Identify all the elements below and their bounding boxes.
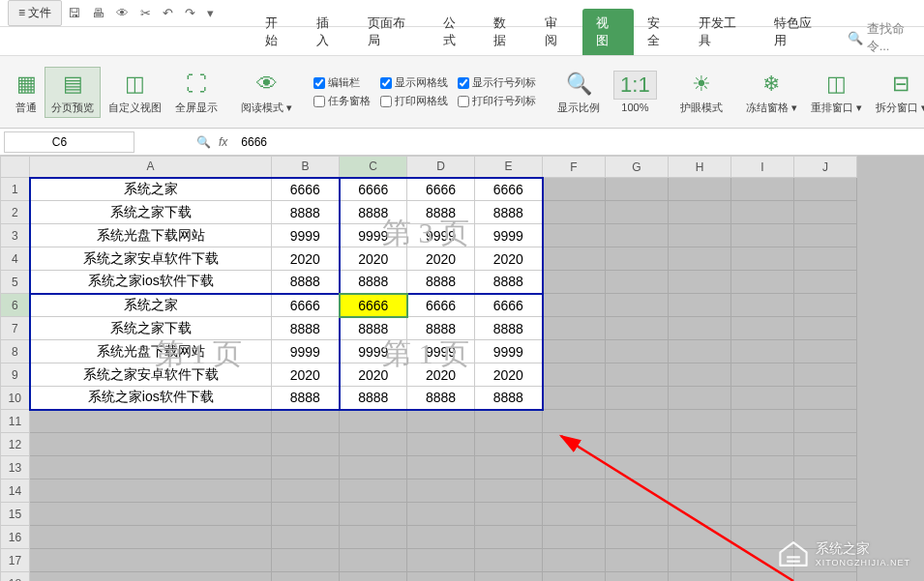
cell-E16[interactable] — [475, 526, 543, 549]
cell-B11[interactable] — [272, 410, 340, 433]
cell-H15[interactable] — [669, 503, 731, 526]
cell-D14[interactable] — [407, 479, 475, 503]
cell-B12[interactable] — [272, 433, 340, 456]
cell-B15[interactable] — [272, 503, 340, 526]
cell-I9[interactable] — [731, 363, 794, 387]
cell-I13[interactable] — [731, 456, 794, 479]
cell-I18[interactable] — [731, 572, 794, 582]
cell-G12[interactable] — [606, 433, 669, 456]
row-header-3[interactable]: 3 — [1, 224, 30, 247]
cut-icon[interactable]: ✂ — [134, 2, 157, 24]
cell-C14[interactable] — [340, 479, 407, 503]
cell-D15[interactable] — [407, 503, 475, 526]
cell-E3[interactable]: 9999 — [475, 224, 543, 247]
cell-A1[interactable]: 系统之家 — [30, 178, 272, 201]
cell-B3[interactable]: 9999 — [272, 224, 340, 247]
read-mode-button[interactable]: 👁 阅读模式 ▾ — [235, 68, 298, 117]
cell-E5[interactable]: 8888 — [475, 271, 543, 294]
cell-D16[interactable] — [407, 526, 475, 549]
col-header-F[interactable]: F — [543, 157, 606, 178]
cell-F8[interactable] — [543, 340, 606, 363]
row-header-14[interactable]: 14 — [1, 479, 30, 503]
cell-B9[interactable]: 2020 — [272, 363, 340, 387]
cell-D3[interactable]: 9999 — [407, 224, 475, 247]
cell-D2[interactable]: 8888 — [407, 201, 475, 224]
tab-security[interactable]: 安全 — [634, 9, 685, 55]
cell-A2[interactable]: 系统之家下载 — [30, 201, 272, 224]
cell-A8[interactable]: 系统光盘下载网站 — [30, 340, 272, 363]
cell-I3[interactable] — [731, 224, 794, 247]
cell-G14[interactable] — [606, 479, 669, 503]
checkbox-show-rc[interactable]: 显示行号列标 — [458, 75, 536, 90]
cell-H2[interactable] — [669, 201, 731, 224]
cell-D8[interactable]: 9999 — [407, 340, 475, 363]
cell-G9[interactable] — [606, 363, 669, 387]
cell-A5[interactable]: 系统之家ios软件下载 — [30, 271, 272, 294]
checkbox-show-grid[interactable]: 显示网格线 — [380, 75, 448, 90]
cell-D7[interactable]: 8888 — [407, 317, 475, 340]
cell-H8[interactable] — [669, 340, 731, 363]
cell-D12[interactable] — [407, 433, 475, 456]
cell-F3[interactable] — [543, 224, 606, 247]
cell-C17[interactable] — [340, 549, 407, 572]
cell-D17[interactable] — [407, 549, 475, 572]
cell-H13[interactable] — [669, 456, 731, 479]
zoom-ratio-button[interactable]: 🔍 显示比例 — [551, 68, 606, 117]
cell-C1[interactable]: 6666 — [340, 178, 407, 201]
cell-J5[interactable] — [794, 271, 857, 294]
cell-E7[interactable]: 8888 — [475, 317, 543, 340]
cell-I6[interactable] — [731, 294, 794, 317]
cell-I4[interactable] — [731, 247, 794, 271]
cell-B5[interactable]: 8888 — [272, 271, 340, 294]
tab-view[interactable]: 视图 — [582, 9, 634, 55]
cell-J3[interactable] — [794, 224, 857, 247]
cell-G18[interactable] — [606, 572, 669, 582]
page-break-preview-button[interactable]: ▤ 分页预览 — [45, 67, 101, 118]
file-menu[interactable]: ≡ 文件 — [8, 0, 62, 26]
cell-E2[interactable]: 8888 — [475, 201, 543, 224]
col-header-H[interactable]: H — [669, 157, 731, 178]
cell-J15[interactable] — [794, 503, 857, 526]
cell-C9[interactable]: 2020 — [340, 363, 407, 387]
custom-view-button[interactable]: ◫ 自定义视图 — [103, 68, 167, 117]
col-header-B[interactable]: B — [272, 157, 340, 178]
cell-A3[interactable]: 系统光盘下载网站 — [30, 224, 272, 247]
row-header-6[interactable]: 6 — [1, 294, 30, 317]
cell-G6[interactable] — [606, 294, 669, 317]
cell-J4[interactable] — [794, 247, 857, 271]
cell-B6[interactable]: 6666 — [272, 294, 340, 317]
select-all-corner[interactable] — [1, 157, 30, 178]
cell-A12[interactable] — [30, 433, 272, 456]
col-header-A[interactable]: A — [30, 157, 272, 178]
row-header-12[interactable]: 12 — [1, 433, 30, 456]
cell-B1[interactable]: 6666 — [272, 178, 340, 201]
fx-icon[interactable]: fx — [219, 135, 227, 149]
row-header-1[interactable]: 1 — [1, 178, 30, 201]
cell-D11[interactable] — [407, 410, 475, 433]
cell-C2[interactable]: 8888 — [340, 201, 407, 224]
name-box[interactable]: C6 — [4, 131, 134, 153]
tab-devtools[interactable]: 开发工具 — [685, 9, 760, 55]
cell-E11[interactable] — [475, 410, 543, 433]
cell-A13[interactable] — [30, 456, 272, 479]
tab-data[interactable]: 数据 — [480, 9, 531, 55]
zoom-100-button[interactable]: 1:1 100% — [608, 69, 663, 115]
cell-E10[interactable]: 8888 — [475, 387, 543, 410]
row-header-11[interactable]: 11 — [1, 410, 30, 433]
cell-B17[interactable] — [272, 549, 340, 572]
cell-A6[interactable]: 系统之家 — [30, 294, 272, 317]
save-icon[interactable]: 🖫 — [62, 2, 86, 24]
cell-J11[interactable] — [794, 410, 857, 433]
tab-start[interactable]: 开始 — [252, 9, 303, 55]
cell-I8[interactable] — [731, 340, 794, 363]
split-window-button[interactable]: ⊟ 拆分窗口 ▾ — [870, 68, 924, 117]
row-header-17[interactable]: 17 — [1, 549, 30, 572]
cell-G15[interactable] — [606, 503, 669, 526]
cell-J18[interactable] — [794, 572, 857, 582]
cell-I12[interactable] — [731, 433, 794, 456]
cell-A10[interactable]: 系统之家ios软件下载 — [30, 387, 272, 410]
cell-C6[interactable]: 6666 — [340, 294, 407, 317]
row-header-18[interactable]: 18 — [1, 572, 30, 582]
cell-D10[interactable]: 8888 — [407, 387, 475, 410]
cell-I2[interactable] — [731, 201, 794, 224]
